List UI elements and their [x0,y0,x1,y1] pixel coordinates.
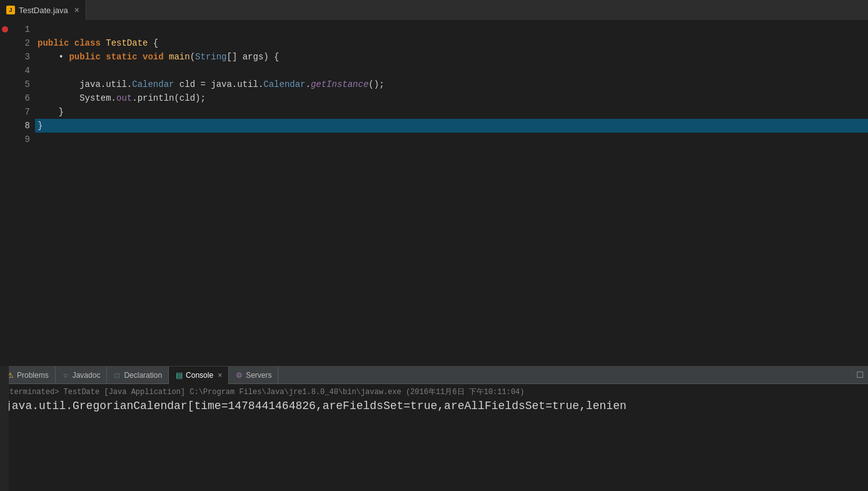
code-line-6: System.out.println(cld); [35,91,868,105]
breakpoint-3 [2,26,8,33]
println-call: .println(cld); [132,91,206,105]
file-tab[interactable]: J TestDate.java × [0,0,86,20]
keyword-void: void [143,50,169,64]
line-num-3: 3 [10,50,30,64]
class-name-testdate: TestDate [106,36,153,50]
tab-close-button[interactable]: × [74,5,79,15]
line-num-4: 4 [10,64,30,78]
console-output-line: java.util.GregorianCalendar[time=1478441… [5,400,863,412]
breakpoint-column [0,20,10,366]
line-num-2: 2 [10,36,30,50]
code-line-9 [35,133,868,146]
bullet-3: • [59,50,64,64]
closing-brace-inner: } [38,105,64,119]
cld-decl: cld = java.util. [174,78,263,91]
code-line-5: java.util.Calendar cld = java.util.Calen… [35,78,868,91]
method-getinstance: getInstance [311,78,368,91]
tab-servers[interactable]: ⚙ Servers [229,367,278,384]
code-line-7: } [35,105,868,119]
tab-javadoc[interactable]: ○ Javadoc [56,367,108,384]
code-line-4 [35,64,868,78]
tab-declaration[interactable]: □ Declaration [107,367,169,384]
maximize-icon: □ [857,370,863,381]
maximize-panel-button[interactable]: □ [852,367,868,384]
line-num-9: 9 [10,133,30,146]
bottom-panel: ⚠ Problems ○ Javadoc □ Declaration ▤ Con… [0,366,868,491]
code-editor[interactable]: public class TestDate { • public static … [35,20,868,366]
line-num-1: 1 [10,23,30,36]
code-line-8: } [35,119,868,133]
indent-3 [38,50,59,64]
type-calendar-2: Calendar [263,78,305,91]
console-icon: ▤ [175,372,183,379]
editor-area: 1 2 3 4 5 6 7 8 9 public class TestDate … [0,20,868,366]
tab-console[interactable]: ▤ Console × [169,367,229,384]
closing-brace-outer: } [38,119,43,133]
indent-6: System. [38,91,116,105]
problems-label: Problems [17,371,49,380]
servers-icon: ⚙ [235,372,243,379]
semi-5: (); [368,78,384,91]
declaration-icon: □ [113,372,121,379]
line-num-8: 8 [10,119,30,133]
method-main: main [169,50,190,64]
field-out: out [116,91,132,105]
paren-open: ( [190,50,195,64]
code-container: 1 2 3 4 5 6 7 8 9 public class TestDate … [0,20,868,366]
console-terminated-line: <terminated> TestDate [Java Application]… [5,387,863,397]
main-wrapper: 1 2 3 4 5 6 7 8 9 public class TestDate … [0,20,868,491]
code-line-3: • public static void main(String[] args)… [35,50,868,64]
code-line-2: public class TestDate { [35,36,868,50]
servers-label: Servers [246,371,271,380]
brace-open: { [153,36,158,50]
code-line-1 [35,23,868,36]
dot-5: . [306,78,311,91]
space-3 [64,50,69,64]
console-content: <terminated> TestDate [Java Application]… [0,384,868,491]
line-num-5: 5 [10,78,30,91]
indent-5: java.util. [38,78,132,91]
bottom-tab-bar: ⚠ Problems ○ Javadoc □ Declaration ▤ Con… [0,367,868,384]
line-num-6: 6 [10,91,30,105]
type-string: String [195,50,226,64]
java-file-icon: J [6,6,15,14]
args-decl: [] args) { [227,50,280,64]
keyword-class: class [74,36,106,50]
javadoc-icon: ○ [62,372,69,379]
line-num-7: 7 [10,105,30,119]
tab-bar: J TestDate.java × [0,0,868,20]
console-label: Console [186,371,213,380]
javadoc-label: Javadoc [73,371,101,380]
line-numbers: 1 2 3 4 5 6 7 8 9 [10,20,35,366]
type-calendar-1: Calendar [132,78,174,91]
keyword-static: static [106,50,143,64]
declaration-label: Declaration [124,371,162,380]
tab-label: TestDate.java [19,6,68,15]
keyword-public-3: public [69,50,106,64]
keyword-public: public [38,36,74,50]
console-close-btn[interactable]: × [218,371,222,380]
